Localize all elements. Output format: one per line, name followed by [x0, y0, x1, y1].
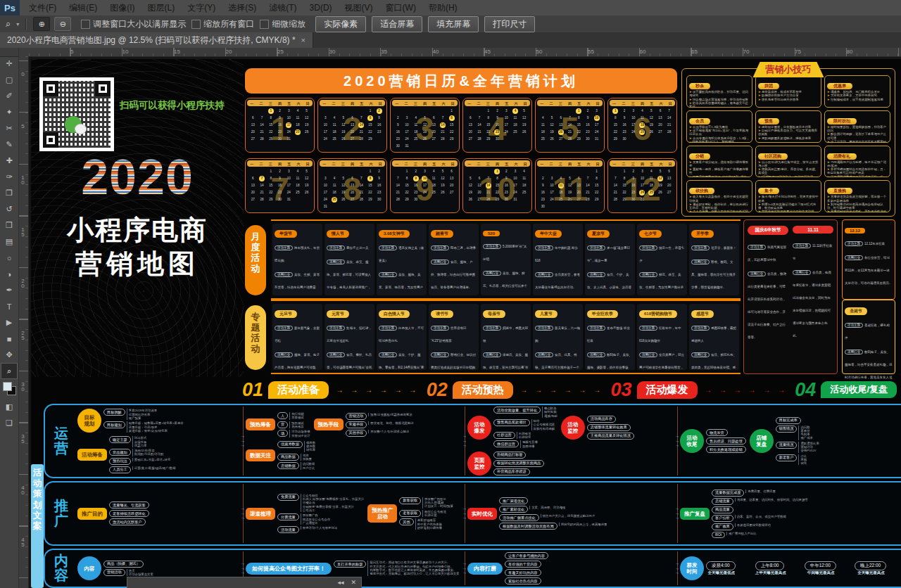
- day-cell: 9: [395, 122, 401, 128]
- canvas-area[interactable]: 扫码可以获得小程序扶持 2020 小程序电商 营销地图 2020营销日历&全年营…: [28, 56, 901, 588]
- branch-label: 场: [277, 430, 288, 437]
- day-cell: 13: [250, 183, 256, 188]
- tip-line: 集卡/每天打卡玩法增粘性，迎来大使排中收单: [758, 195, 819, 203]
- eyedropper-tool[interactable]: ✎: [1, 136, 18, 153]
- day-cell: 31: [286, 136, 291, 142]
- menu-item[interactable]: 图层(L): [141, 0, 182, 15]
- day-cell: 26: [304, 190, 310, 196]
- branch-children: 裂变活动/个人号裂变玩法: [301, 526, 338, 530]
- menu-item[interactable]: 文件(F): [23, 0, 63, 15]
- type-tool[interactable]: T: [1, 298, 18, 314]
- shape-tool[interactable]: ■: [1, 331, 18, 347]
- activity-card: 年货节活动主题跨年囤大礼，年货提前购适用行业美妆、生鲜、家居百货等，结合年前用户…: [272, 224, 322, 295]
- menu-item[interactable]: 窗口(W): [379, 0, 422, 15]
- zoom-in-button[interactable]: ⊕: [33, 17, 50, 31]
- weekday-label: 二: [332, 101, 335, 106]
- ruler-number: 3 5: [20, 434, 26, 444]
- branch-children: 复盘2019年活动效果运营同比增长率推广预算: [127, 409, 158, 420]
- menu-item[interactable]: 图像(I): [103, 0, 141, 15]
- theme-block: 活动主题11.11剁手狂欢节: [793, 237, 833, 262]
- zoom-out-button[interactable]: ⊖: [54, 17, 71, 31]
- option-button[interactable]: 适合屏幕: [372, 16, 422, 32]
- branch-label: 老客持续活跃促转化: [109, 510, 149, 517]
- gradient-tool[interactable]: ▤: [1, 234, 18, 250]
- crop-tool[interactable]: ✂: [1, 120, 18, 136]
- eraser-tool[interactable]: ❒: [1, 217, 18, 234]
- hand-tool[interactable]: ✥: [1, 347, 18, 363]
- color-swatches[interactable]: [1, 381, 18, 397]
- screen-mode-icon[interactable]: ❏: [1, 415, 18, 431]
- theme-block: 活动主题爱你不止这一天: [327, 239, 372, 252]
- menu-item[interactable]: 3D(D): [303, 0, 339, 15]
- quick-mask-icon[interactable]: ◧: [1, 399, 18, 415]
- day-cell: 22: [268, 129, 274, 135]
- industry-label: 适用行业: [535, 352, 553, 357]
- zoom-tool-icon[interactable]: ⌕: [4, 18, 12, 30]
- menu-item[interactable]: 视图(V): [339, 0, 379, 15]
- panel-collapse-icon[interactable]: ◂◂: [337, 580, 344, 586]
- day-cell: 21: [259, 190, 265, 196]
- path-select-tool[interactable]: ▶: [1, 314, 18, 331]
- day-cell: 16: [622, 122, 627, 128]
- brush-tool[interactable]: ✑: [1, 169, 18, 185]
- theme-label: 活动主题: [327, 326, 345, 331]
- ruler-number: 40: [433, 49, 439, 55]
- empty-cell: [358, 108, 364, 114]
- collapsed-panel[interactable]: ◂◂ ✕: [127, 577, 362, 588]
- tab-close-icon[interactable]: ×: [301, 36, 305, 44]
- empty-cell: [358, 169, 364, 174]
- activity-card: 毕业狂欢季活动主题青春不散场 毕业狂欢适用行业数码电子、美妆、服饰、摄影等，抓住…: [585, 304, 635, 370]
- option-button[interactable]: 实际像素: [315, 16, 366, 32]
- blur-tool[interactable]: ○: [1, 250, 18, 266]
- option-checkbox[interactable]: 缩放所有窗口: [191, 18, 254, 30]
- move-tool[interactable]: ✛: [1, 56, 18, 72]
- theme-label: 活动主题: [379, 245, 397, 250]
- branch-label: 货: [277, 421, 288, 428]
- day-grid: 1234567891011121314151617181920212223242…: [611, 108, 674, 151]
- activity-card: 夏凉节活动主题来一场“清凉夏日节”，清凉一夏适用行业食品、个护、美妆、水上玩具、…: [585, 224, 635, 295]
- weekday-label: 一: [467, 101, 471, 106]
- option-checkbox[interactable]: 细微缩放: [260, 18, 305, 30]
- menu-item[interactable]: 帮助(H): [422, 0, 464, 15]
- foreground-color[interactable]: [3, 382, 12, 391]
- day-cell: 30: [277, 136, 282, 142]
- zoom-tool[interactable]: ⌕: [1, 363, 18, 379]
- branch-label: 晚上22:00: [855, 561, 886, 570]
- tool-preset-caret-icon[interactable]: ▾: [16, 21, 19, 27]
- lasso-tool[interactable]: ✐: [1, 88, 18, 104]
- marketing-map-document[interactable]: 扫码可以获得小程序扶持 2020 小程序电商 营销地图 2020营销日历&全年营…: [31, 59, 901, 588]
- panel-close-icon[interactable]: ✕: [351, 580, 356, 586]
- menu-item[interactable]: 滤镜(T): [263, 0, 303, 15]
- day-cell: 4: [431, 169, 436, 174]
- flow-arrows-icon: → → →: [462, 506, 467, 520]
- option-checkbox[interactable]: 调整窗口大小以满屏显示: [81, 18, 186, 30]
- branch: 推广素材优化文案、商品图、活动海报: [499, 506, 607, 513]
- checkbox-box[interactable]: [260, 20, 269, 29]
- menu-item[interactable]: 选择(S): [222, 0, 263, 15]
- menu-item[interactable]: 编辑(E): [63, 0, 103, 15]
- checkbox-box[interactable]: [191, 20, 201, 29]
- ruler-number: 3 0: [20, 382, 26, 392]
- branches: 直打开率的标题疑问互动式：阅读与自己有关的文章容易牵动个人的关注。巨大反差式：代…: [334, 561, 459, 575]
- child-item: 预售/定金膨胀/优惠券提前蓄水: [368, 413, 412, 416]
- dodge-tool[interactable]: ◑: [1, 266, 18, 282]
- clone-stamp-tool[interactable]: ❐: [1, 185, 18, 201]
- day-cell: 17: [594, 122, 600, 128]
- option-button[interactable]: 填充屏幕: [428, 16, 479, 32]
- option-button[interactable]: 打印尺寸: [484, 16, 535, 32]
- day-cell: 15: [404, 183, 410, 188]
- menu-item[interactable]: 文字(Y): [181, 0, 222, 15]
- tip-line: 限时限量折扣，营造稀缺氛围，拉动客户访问: [827, 125, 888, 133]
- pen-tool[interactable]: ✒: [1, 282, 18, 298]
- magic-wand-tool[interactable]: ✦: [1, 104, 18, 120]
- history-brush-tool[interactable]: ↺: [1, 201, 18, 217]
- document-tab[interactable]: 2020小程序电商营销地图.jpg @ 12.5% (扫码可以获得小程序扶持, …: [0, 32, 313, 48]
- vertical-ruler[interactable]: 051 01 52 02 53 03 54 04 55 0: [18, 56, 29, 588]
- checkbox-box[interactable]: [81, 20, 90, 29]
- weekday-label: 二: [622, 101, 625, 106]
- marquee-tool[interactable]: ▢: [1, 72, 18, 88]
- theme-label: 活动主题: [535, 326, 553, 331]
- calendar-month: 一二三四五六日712345678910111213141516171819202…: [245, 158, 315, 213]
- horizontal-ruler[interactable]: 5101520253035404550556065707580: [18, 48, 901, 57]
- healing-brush-tool[interactable]: ✚: [1, 153, 18, 169]
